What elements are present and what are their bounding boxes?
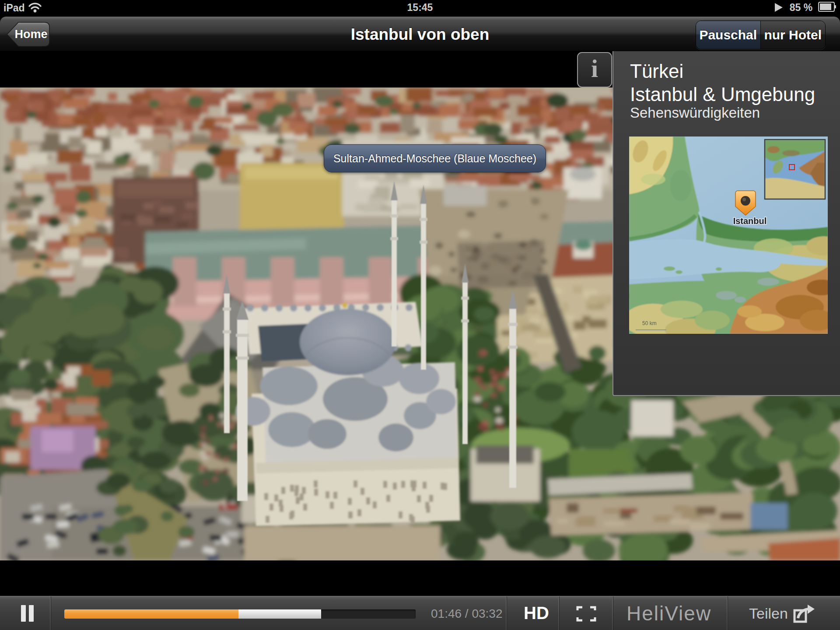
svg-text:Istanbul: Istanbul (733, 216, 767, 226)
svg-text:50 km: 50 km (642, 320, 657, 326)
